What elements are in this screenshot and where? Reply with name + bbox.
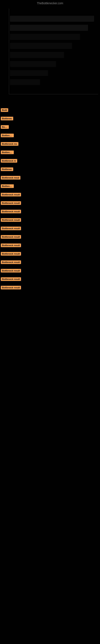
result-label: Bottleneck result [1,244,21,247]
result-group: Bottleneck result [0,224,100,233]
result-label: Bottleneck r [1,184,14,188]
svg-rect-5 [10,34,80,40]
svg-rect-8 [10,61,56,67]
result-group: Bottleneck r [0,182,100,191]
svg-rect-7 [10,52,64,58]
result-label: Bottleneck result [1,201,21,205]
svg-rect-4 [10,25,88,31]
svg-rect-3 [10,16,94,22]
result-group: Bottleneck result [0,267,100,275]
result-label: Bottleneck result [1,252,21,256]
result-label: Bottleneck result [1,286,21,290]
result-group: Bottleneck res [0,140,100,148]
site-title: TheBottlenecker.com [0,0,100,6]
result-label: Bottleneck [1,150,14,154]
result-group: Bottleneck [0,132,100,140]
result-group: Bottleneck result [0,208,100,216]
chart-area [0,6,100,102]
result-group: Bottleneck result [0,216,100,224]
result-group: Bottleneck result [0,199,100,208]
result-label: Bottleneck [1,134,14,137]
result-group: Bottleneck result [0,284,100,292]
result-label: Bottlenec [1,117,13,120]
result-label: Bottleneck result [1,260,21,264]
result-group: Bottleneck [0,148,100,157]
result-group: Bottleneck resul [0,174,100,182]
result-group: Bottleneck re [0,157,100,166]
svg-rect-9 [10,70,48,76]
result-label: Bottleneck result [1,269,21,272]
results-section: Bottl Bottlenec Bottle Bottleneck Bottle… [0,102,100,292]
result-group: Bottleneck result [0,191,100,199]
result-label: Bottleneck res [1,142,18,146]
result-group: Bottl [0,106,100,115]
result-label: Bottleneck result [1,235,21,239]
result-label: Bottleneck resul [1,176,20,180]
result-group: Bottleneck result [0,233,100,242]
result-label: Bottle [1,125,9,129]
result-label: Bottl [1,108,8,112]
svg-rect-10 [10,79,40,85]
result-label: Bottleneck result [1,193,21,196]
svg-rect-6 [10,43,72,49]
result-group: Bottle [0,123,100,132]
result-label: Bottleneck re [1,159,17,162]
result-label: Bottleneck result [1,226,21,230]
result-label: Bottleneck result [1,277,21,281]
result-group: Bottleneck result [0,258,100,267]
result-group: Bottleneck result [0,275,100,284]
result-group: Bottleneck result [0,250,100,258]
result-group: Bottlenec [0,115,100,123]
result-label: Bottlenec [1,168,13,171]
result-label: Bottleneck result [1,218,21,222]
result-group: Bottlenec [0,166,100,174]
result-group: Bottleneck result [0,242,100,250]
result-label: Bottleneck result [1,210,21,213]
